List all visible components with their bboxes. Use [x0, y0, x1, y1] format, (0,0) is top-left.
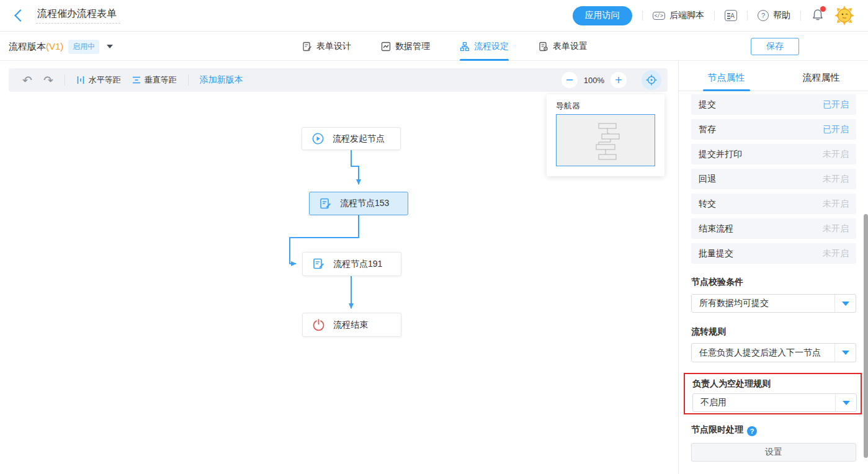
power-icon — [313, 319, 324, 331]
time-limit-text: 节点限时处理 — [691, 424, 743, 434]
tab-form-settings[interactable]: 表单设置 — [539, 32, 588, 61]
selected-value: 任意负责人提交后进入下一节点 — [692, 347, 821, 359]
edit-doc-icon — [320, 198, 331, 210]
play-circle-icon — [312, 133, 324, 145]
language-button[interactable]: A — [725, 10, 737, 21]
node-label: 流程节点153 — [340, 198, 389, 209]
horizontal-spacing-icon — [76, 76, 85, 84]
chevron-down-icon — [834, 295, 856, 312]
edit-doc-icon — [313, 258, 324, 270]
time-limit-settings-button[interactable]: 设置 — [691, 443, 856, 462]
page-title[interactable]: 流程催办流程表单 — [36, 7, 120, 24]
module-tabs: 表单设计 数据管理 流程设定 表单设置 — [302, 32, 588, 61]
toggle-status: 未开启 — [823, 223, 849, 235]
tab-label: 表单设计 — [316, 41, 351, 52]
undo-icon[interactable]: ↶ — [22, 74, 32, 86]
node-label: 流程发起节点 — [333, 133, 385, 145]
flow-rule-label: 流转规则 — [691, 326, 726, 338]
app-access-button[interactable]: 应用访问 — [573, 6, 632, 25]
redo-icon[interactable]: ↷ — [43, 74, 53, 86]
selected-value: 所有数据均可提交 — [692, 298, 769, 309]
empty-owner-rule-select[interactable]: 不启用 — [692, 393, 857, 412]
panel-scrollbar[interactable] — [864, 214, 868, 458]
properties-panel: 节点属性 流程属性 提交 已开启 暂存 已开启 提交并打印 未开启 回退 未开启… — [678, 61, 868, 474]
flow-canvas[interactable]: ↶ ↷ 水平等距 垂直等距 添加新版本 − 100% — [0, 61, 678, 474]
help-button[interactable]: ? 帮助 — [758, 10, 790, 21]
vertical-spacing-button[interactable]: 垂直等距 — [132, 74, 177, 86]
chevron-down-icon[interactable] — [107, 45, 113, 48]
divider — [65, 74, 65, 86]
top-header: 流程催办流程表单 应用访问 </> 后端脚本 A ? 帮助 — [0, 0, 868, 32]
toggle-row-submit-print[interactable]: 提交并打印 未开启 — [691, 144, 856, 164]
panel-tabs: 节点属性 流程属性 — [679, 68, 868, 91]
toggle-row-rollback[interactable]: 回退 未开启 — [691, 169, 856, 189]
status-badge: 启用中 — [68, 40, 99, 54]
tab-form-design[interactable]: 表单设计 — [302, 32, 351, 61]
version-bar: 流程版本(V1) 启用中 表单设计 数据管理 — [0, 32, 868, 61]
navigator-minimap[interactable] — [556, 114, 655, 166]
toggle-label: 结束流程 — [699, 223, 733, 235]
vertical-spacing-icon — [132, 76, 141, 84]
node-label: 流程结束 — [333, 320, 368, 331]
backend-script-button[interactable]: </> 后端脚本 — [653, 10, 704, 21]
flow-node-153[interactable]: 流程节点153 — [309, 192, 408, 215]
data-management-icon — [381, 42, 391, 51]
code-icon: </> — [653, 12, 665, 20]
toggle-row-batch-submit[interactable]: 批量提交 未开启 — [691, 243, 856, 264]
flow-rule-select[interactable]: 任意负责人提交后进入下一节点 — [691, 343, 856, 362]
help-icon: ? — [758, 10, 769, 21]
zoom-in-button[interactable]: + — [611, 72, 627, 88]
validation-condition-label: 节点校验条件 — [691, 277, 743, 288]
horizontal-spacing-button[interactable]: 水平等距 — [76, 74, 121, 86]
chevron-down-icon — [834, 344, 856, 362]
help-question-icon[interactable]: ? — [747, 426, 757, 436]
selected-value: 不启用 — [693, 397, 727, 408]
notifications-button[interactable] — [811, 8, 825, 24]
crosshair-icon — [646, 74, 657, 86]
tab-label: 流程设定 — [474, 41, 509, 52]
node-action-list: 提交 已开启 暂存 已开启 提交并打印 未开启 回退 未开启 转交 未开启 结束… — [691, 94, 856, 268]
add-new-version-link[interactable]: 添加新版本 — [200, 74, 243, 86]
flow-node-start[interactable]: 流程发起节点 — [302, 127, 401, 150]
version-label: 流程版本(V1) — [9, 41, 63, 53]
zoom-out-button[interactable]: − — [562, 72, 578, 88]
tab-flow-settings[interactable]: 流程设定 — [460, 32, 509, 61]
flow-node-end[interactable]: 流程结束 — [302, 313, 401, 337]
divider — [714, 11, 715, 20]
toggle-row-transfer[interactable]: 转交 未开启 — [691, 194, 856, 214]
toggle-status: 未开启 — [823, 248, 849, 259]
toggle-status: 未开启 — [823, 149, 849, 160]
avatar[interactable] — [834, 6, 854, 25]
help-label: 帮助 — [773, 10, 790, 21]
back-icon[interactable] — [14, 9, 27, 22]
version-text: 流程版本 — [9, 41, 46, 51]
form-design-icon — [302, 42, 312, 51]
tab-data-management[interactable]: 数据管理 — [381, 32, 430, 61]
toggle-row-end-flow[interactable]: 结束流程 未开启 — [691, 218, 856, 239]
tab-node-properties[interactable]: 节点属性 — [679, 68, 774, 91]
form-settings-icon — [539, 42, 548, 51]
node-label: 流程节点191 — [333, 259, 382, 270]
toggle-status: 未开启 — [823, 174, 849, 185]
version-code: (V1) — [46, 41, 63, 51]
tab-flow-properties[interactable]: 流程属性 — [774, 68, 868, 91]
toggle-row-draft[interactable]: 暂存 已开启 — [691, 119, 856, 140]
divider — [747, 11, 748, 20]
backend-script-label: 后端脚本 — [669, 10, 704, 21]
divider — [800, 11, 801, 20]
toggle-label: 批量提交 — [699, 248, 733, 259]
chevron-down-icon — [835, 394, 856, 411]
highlight-red-box: 负责人为空处理规则 不启用 — [684, 373, 862, 414]
minimap-flow-thumbnail — [557, 115, 655, 166]
empty-owner-rule-label: 负责人为空处理规则 — [692, 378, 771, 390]
toggle-label: 提交并打印 — [699, 149, 742, 160]
fit-view-button[interactable] — [642, 70, 661, 90]
tab-label: 表单设置 — [553, 41, 588, 52]
toggle-status: 未开启 — [823, 199, 849, 210]
toggle-row-submit[interactable]: 提交 已开启 — [691, 94, 856, 115]
canvas-toolbar: ↶ ↷ 水平等距 垂直等距 添加新版本 − 100% — [9, 68, 668, 92]
validation-condition-select[interactable]: 所有数据均可提交 — [691, 294, 856, 313]
flow-node-191[interactable]: 流程节点191 — [302, 252, 401, 276]
toggle-label: 暂存 — [699, 124, 716, 135]
save-button[interactable]: 保存 — [751, 38, 799, 55]
